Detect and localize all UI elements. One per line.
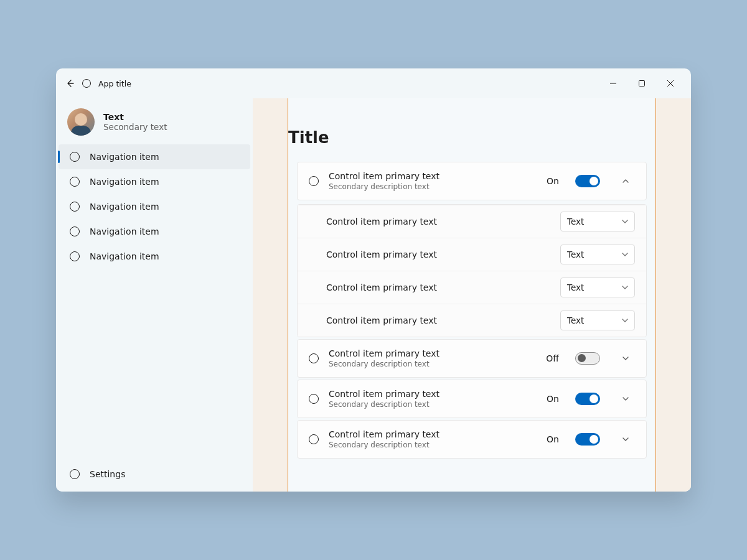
- sidebar-footer: Settings: [56, 462, 253, 492]
- nav-list: Navigation item Navigation item Navigati…: [56, 144, 253, 269]
- combobox[interactable]: Text: [560, 278, 635, 297]
- combobox-value: Text: [567, 250, 584, 259]
- window-body: Text Secondary text Navigation item Navi…: [56, 98, 691, 492]
- chevron-down-icon: [622, 251, 628, 258]
- nav-item-1[interactable]: Navigation item: [59, 169, 250, 194]
- nav-item-label: Navigation item: [90, 202, 159, 212]
- child-row: Control item primary text Text: [298, 238, 646, 271]
- sidebar: Text Secondary text Navigation item Navi…: [56, 98, 253, 492]
- profile-block[interactable]: Text Secondary text: [56, 101, 253, 144]
- profile-secondary: Secondary text: [103, 122, 167, 132]
- child-row: Control item primary text Text: [298, 304, 646, 337]
- expander-children-card: Control item primary text Text: [297, 204, 647, 337]
- app-title: App title: [98, 79, 131, 88]
- toggle-state-label: On: [547, 176, 559, 186]
- chevron-down-icon: [622, 317, 628, 324]
- circle-icon: [309, 353, 319, 363]
- expander-primary: Control item primary text: [329, 171, 537, 181]
- expander-children: Control item primary text Text: [298, 205, 646, 337]
- toggle-state-label: Off: [546, 353, 559, 363]
- circle-icon: [70, 152, 80, 162]
- window-controls: [599, 73, 685, 93]
- circle-icon: [309, 434, 319, 444]
- expander-primary: Control item primary text: [329, 348, 536, 358]
- chevron-down-icon: [622, 284, 628, 291]
- close-button[interactable]: [656, 73, 685, 93]
- back-button[interactable]: [65, 78, 75, 88]
- expander-texts: Control item primary text Secondary desc…: [329, 171, 537, 191]
- titlebar: App title: [56, 68, 691, 98]
- child-primary: Control item primary text: [326, 217, 550, 226]
- chevron-down-icon[interactable]: [616, 355, 635, 362]
- chevron-down-icon: [622, 218, 628, 225]
- svg-rect-0: [639, 81, 645, 86]
- combobox-value: Text: [567, 282, 584, 292]
- settings-label: Settings: [90, 469, 125, 479]
- expander-primary: Control item primary text: [329, 429, 537, 439]
- nav-item-0[interactable]: Navigation item: [59, 144, 250, 169]
- page-title: Title: [288, 98, 655, 162]
- toggle-switch[interactable]: [575, 352, 600, 365]
- child-primary: Control item primary text: [326, 282, 550, 292]
- nav-item-2[interactable]: Navigation item: [59, 194, 250, 219]
- expander-header-card: Control item primary text Secondary desc…: [297, 162, 647, 200]
- minimize-button[interactable]: [599, 73, 627, 93]
- expander-texts: Control item primary text Secondary desc…: [329, 348, 536, 368]
- chevron-down-icon[interactable]: [616, 436, 635, 443]
- combobox-value: Text: [567, 217, 584, 226]
- combobox[interactable]: Text: [560, 245, 635, 264]
- child-primary: Control item primary text: [326, 315, 550, 325]
- nav-item-label: Navigation item: [90, 226, 159, 236]
- layout-guide-right: [656, 98, 691, 492]
- circle-icon: [309, 176, 319, 186]
- expander-secondary: Secondary description text: [329, 441, 537, 449]
- circle-icon: [70, 469, 80, 479]
- app-window: App title Text Secondary text: [56, 68, 691, 492]
- toggle-switch[interactable]: [575, 393, 600, 405]
- circle-icon: [70, 251, 80, 261]
- child-row: Control item primary text Text: [298, 271, 646, 304]
- toggle-switch[interactable]: [575, 433, 600, 446]
- setting-expander-0: Control item primary text Secondary desc…: [288, 162, 655, 337]
- circle-icon: [70, 177, 80, 187]
- expander-header[interactable]: Control item primary text Secondary desc…: [298, 380, 646, 418]
- nav-item-3[interactable]: Navigation item: [59, 219, 250, 244]
- combobox-value: Text: [567, 315, 584, 325]
- expander-texts: Control item primary text Secondary desc…: [329, 389, 537, 409]
- toggle-switch[interactable]: [575, 175, 600, 187]
- expander-header[interactable]: Control item primary text Secondary desc…: [298, 421, 646, 458]
- setting-expander-2: Control item primary text Secondary desc…: [297, 380, 647, 418]
- settings-list: Control item primary text Secondary desc…: [288, 162, 655, 474]
- chevron-down-icon[interactable]: [616, 395, 635, 403]
- circle-icon: [309, 394, 319, 404]
- profile-text: Text Secondary text: [103, 112, 167, 132]
- circle-icon: [70, 226, 80, 236]
- circle-icon: [70, 202, 80, 212]
- expander-secondary: Secondary description text: [329, 400, 537, 409]
- maximize-button[interactable]: [627, 73, 656, 93]
- combobox[interactable]: Text: [560, 212, 635, 231]
- expander-texts: Control item primary text Secondary desc…: [329, 429, 537, 449]
- app-icon: [82, 79, 91, 88]
- nav-item-label: Navigation item: [90, 152, 159, 162]
- setting-expander-3: Control item primary text Secondary desc…: [297, 420, 647, 459]
- nav-item-4[interactable]: Navigation item: [59, 244, 250, 269]
- content: Title Control item primary text Secondar…: [288, 98, 656, 492]
- avatar: [67, 108, 95, 136]
- expander-secondary: Secondary description text: [329, 182, 537, 191]
- child-primary: Control item primary text: [326, 250, 550, 259]
- expander-secondary: Secondary description text: [329, 360, 536, 368]
- layout-guide-left: [253, 98, 288, 492]
- nav-item-label: Navigation item: [90, 177, 159, 187]
- combobox[interactable]: Text: [560, 310, 635, 330]
- titlebar-left: App title: [65, 78, 131, 88]
- nav-item-settings[interactable]: Settings: [59, 462, 250, 487]
- expander-header[interactable]: Control item primary text Secondary desc…: [298, 162, 646, 200]
- profile-primary: Text: [103, 112, 167, 122]
- chevron-up-icon[interactable]: [616, 177, 635, 185]
- expander-primary: Control item primary text: [329, 389, 537, 399]
- content-wrap: Title Control item primary text Secondar…: [253, 98, 691, 492]
- child-row: Control item primary text Text: [298, 205, 646, 238]
- expander-header[interactable]: Control item primary text Secondary desc…: [298, 340, 646, 377]
- setting-expander-1: Control item primary text Secondary desc…: [297, 339, 647, 378]
